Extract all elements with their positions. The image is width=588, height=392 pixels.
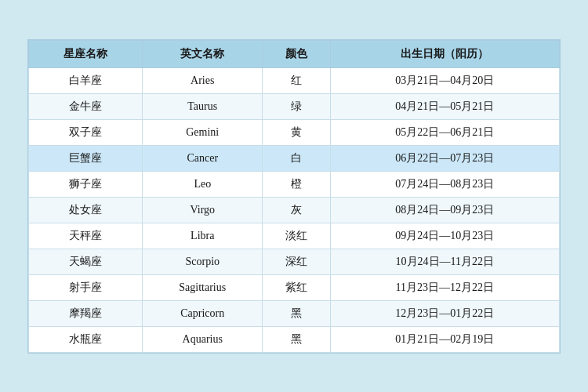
cell-color: 淡红 <box>263 223 330 249</box>
cell-color: 黄 <box>263 119 330 145</box>
cell-color: 灰 <box>263 197 330 223</box>
cell-english: Aquarius <box>143 326 263 352</box>
cell-color: 黑 <box>263 326 330 352</box>
cell-dates: 12月23日—01月22日 <box>330 300 559 326</box>
cell-chinese: 双子座 <box>29 119 143 145</box>
cell-color: 紫红 <box>263 274 330 300</box>
zodiac-table-wrapper: 星座名称 英文名称 颜色 出生日期（阳历） 白羊座Aries红03月21日—04… <box>27 39 561 354</box>
cell-chinese: 金牛座 <box>29 93 143 119</box>
cell-dates: 11月23日—12月22日 <box>330 274 559 300</box>
table-body: 白羊座Aries红03月21日—04月20日金牛座Taurus绿04月21日—0… <box>29 67 560 352</box>
cell-dates: 03月21日—04月20日 <box>330 67 559 93</box>
cell-dates: 01月21日—02月19日 <box>330 326 559 352</box>
cell-dates: 05月22日—06月21日 <box>330 119 559 145</box>
cell-chinese: 白羊座 <box>29 67 143 93</box>
cell-english: Virgo <box>143 197 263 223</box>
table-row: 处女座Virgo灰08月24日—09月23日 <box>29 197 560 223</box>
col-header-dates: 出生日期（阳历） <box>330 40 559 67</box>
cell-dates: 08月24日—09月23日 <box>330 197 559 223</box>
table-row: 摩羯座Capricorn黑12月23日—01月22日 <box>29 300 560 326</box>
cell-chinese: 处女座 <box>29 197 143 223</box>
cell-chinese: 天秤座 <box>29 223 143 249</box>
table-row: 巨蟹座Cancer白06月22日—07月23日 <box>29 145 560 171</box>
cell-color: 绿 <box>263 93 330 119</box>
col-header-color: 颜色 <box>263 40 330 67</box>
cell-color: 白 <box>263 145 330 171</box>
cell-chinese: 天蝎座 <box>29 249 143 274</box>
cell-english: Gemini <box>143 119 263 145</box>
cell-chinese: 摩羯座 <box>29 300 143 326</box>
cell-dates: 07月24日—08月23日 <box>330 171 559 197</box>
cell-english: Sagittarius <box>143 274 263 300</box>
cell-chinese: 狮子座 <box>29 171 143 197</box>
cell-english: Taurus <box>143 93 263 119</box>
cell-dates: 09月24日—10月23日 <box>330 223 559 249</box>
cell-color: 黑 <box>263 300 330 326</box>
cell-dates: 04月21日—05月21日 <box>330 93 559 119</box>
table-row: 金牛座Taurus绿04月21日—05月21日 <box>29 93 560 119</box>
cell-dates: 10月24日—11月22日 <box>330 249 559 274</box>
table-row: 天秤座Libra淡红09月24日—10月23日 <box>29 223 560 249</box>
zodiac-table: 星座名称 英文名称 颜色 出生日期（阳历） 白羊座Aries红03月21日—04… <box>28 40 560 353</box>
cell-english: Capricorn <box>143 300 263 326</box>
cell-dates: 06月22日—07月23日 <box>330 145 559 171</box>
table-header-row: 星座名称 英文名称 颜色 出生日期（阳历） <box>29 40 560 67</box>
col-header-chinese: 星座名称 <box>29 40 143 67</box>
cell-english: Aries <box>143 67 263 93</box>
cell-color: 红 <box>263 67 330 93</box>
cell-chinese: 射手座 <box>29 274 143 300</box>
table-row: 天蝎座Scorpio深红10月24日—11月22日 <box>29 249 560 274</box>
table-row: 双子座Gemini黄05月22日—06月21日 <box>29 119 560 145</box>
table-row: 狮子座Leo橙07月24日—08月23日 <box>29 171 560 197</box>
cell-english: Scorpio <box>143 249 263 274</box>
table-row: 水瓶座Aquarius黑01月21日—02月19日 <box>29 326 560 352</box>
table-row: 射手座Sagittarius紫红11月23日—12月22日 <box>29 274 560 300</box>
cell-chinese: 水瓶座 <box>29 326 143 352</box>
cell-color: 深红 <box>263 249 330 274</box>
cell-english: Libra <box>143 223 263 249</box>
cell-english: Leo <box>143 171 263 197</box>
cell-english: Cancer <box>143 145 263 171</box>
cell-color: 橙 <box>263 171 330 197</box>
col-header-english: 英文名称 <box>143 40 263 67</box>
table-row: 白羊座Aries红03月21日—04月20日 <box>29 67 560 93</box>
cell-chinese: 巨蟹座 <box>29 145 143 171</box>
